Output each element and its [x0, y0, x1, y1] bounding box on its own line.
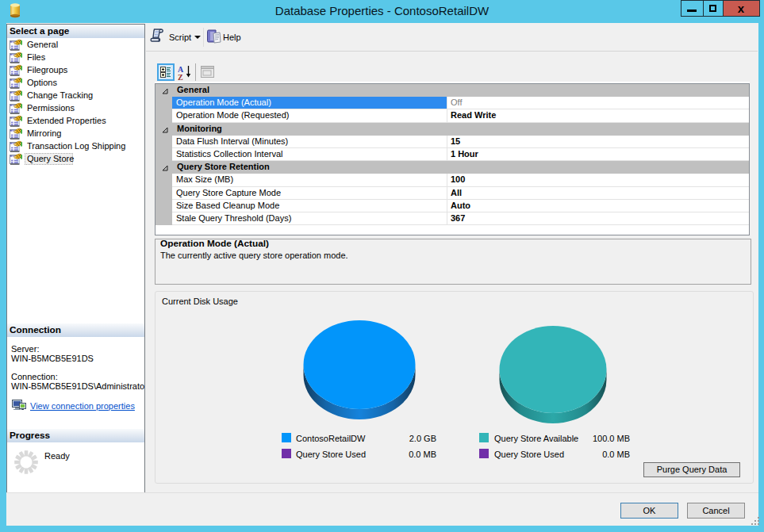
svg-text:Z: Z — [178, 73, 183, 81]
